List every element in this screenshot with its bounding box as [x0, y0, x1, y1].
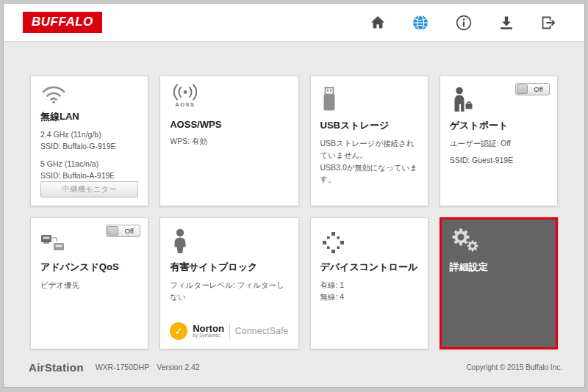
filter-level: フィルターレベル: フィルターしない — [170, 279, 288, 303]
wired-count: 有線: 1 — [320, 279, 418, 291]
card-title: アドバンスドQoS — [40, 261, 138, 274]
card-title: デバイスコントロール — [320, 261, 418, 274]
card-title: USBストレージ — [320, 119, 418, 132]
norton-connectsafe-logo: ✓ Norton by Symantec ConnectSafe — [170, 318, 288, 340]
guest-port-toggle[interactable]: Off — [515, 83, 550, 95]
guest-ssid: SSID: Guest-919E — [450, 154, 548, 166]
card-title: 有害サイトブロック — [170, 261, 288, 274]
norton-name: Norton — [193, 324, 224, 334]
firmware-version: Version 2.42 — [157, 363, 199, 371]
toggle-label: Off — [118, 227, 140, 235]
usb-status-2: USB3.0が無効になっています。 — [320, 161, 418, 186]
info-icon[interactable] — [456, 15, 472, 31]
header-nav — [370, 15, 565, 31]
wifi-icon — [40, 84, 138, 104]
aoss-info: WPS: 有効 — [170, 135, 288, 147]
card-title: 詳細設定 — [450, 261, 548, 274]
toggle-label: Off — [528, 85, 549, 93]
card-title: ゲストポート — [450, 119, 548, 132]
device-info: 有線: 1 無線: 4 — [320, 279, 418, 303]
qos-toggle[interactable]: Off — [106, 225, 140, 237]
wireless-count: 無線: 4 — [320, 291, 418, 302]
norton-check-icon: ✓ — [170, 322, 187, 340]
card-wireless-lan[interactable]: 無線LAN 2.4 GHz (11n/g/b) SSID: Buffalo-G-… — [30, 76, 148, 206]
aoss-icon-label: AOSS — [170, 101, 195, 108]
norton-sub: by Symantec — [193, 333, 224, 338]
wps-status: WPS: 有効 — [170, 135, 288, 147]
card-device-control[interactable]: デバイスコントロール 有線: 1 無線: 4 — [310, 217, 429, 349]
logout-icon[interactable] — [541, 15, 556, 30]
card-site-filter[interactable]: 有害サイトブロック フィルターレベル: フィルターしない ✓ Norton by… — [159, 217, 298, 349]
card-grid: 無線LAN 2.4 GHz (11n/g/b) SSID: Buffalo-G-… — [4, 42, 584, 352]
usb-status-1: USBストレージが接続されていません。 — [320, 137, 418, 161]
toggle-knob — [517, 84, 528, 94]
globe-icon[interactable] — [412, 15, 429, 31]
buffalo-logo: BUFFALO — [23, 12, 102, 33]
device-grid-icon — [320, 225, 418, 255]
usb-icon — [320, 84, 418, 113]
wireless-ssid-1: SSID: Buffalo-G-919E — [40, 140, 138, 152]
card-advanced-settings[interactable]: 詳細設定 — [440, 217, 558, 349]
gears-icon — [450, 225, 548, 255]
card-usb-storage[interactable]: USBストレージ USBストレージが接続されていません。 USB3.0が無効にな… — [310, 76, 429, 206]
toggle-knob — [107, 226, 118, 236]
wireless-band-1: 2.4 GHz (11n/g/b) — [40, 128, 138, 140]
norton-wordmark: Norton by Symantec — [193, 324, 224, 338]
copyright-text: Copyright © 2015 Buffalo Inc. — [466, 363, 562, 371]
guest-auth-status: ユーザー認証: Off — [450, 137, 548, 149]
card-title: AOSS/WPS — [170, 119, 288, 130]
norton-divider — [229, 323, 230, 339]
card-aoss-wps[interactable]: AOSS AOSS/WPS WPS: 有効 — [159, 76, 298, 206]
page-frame: BUFFALO — [3, 3, 585, 388]
qos-info: ビデオ優先 — [40, 279, 138, 291]
guest-info: ユーザー認証: Off SSID: Guest-919E — [450, 137, 548, 167]
qos-priority: ビデオ優先 — [40, 279, 138, 291]
wireless-info: 2.4 GHz (11n/g/b) SSID: Buffalo-G-919E 5… — [40, 128, 138, 181]
wireless-band-2: 5 GHz (11ac/n/a) — [40, 158, 138, 170]
aoss-icon: AOSS — [170, 84, 288, 113]
repeater-monitor-button[interactable]: 中継機モニター — [40, 181, 138, 197]
wireless-ssid-2: SSID: Buffalo-A-919E — [40, 170, 138, 181]
card-title: 無線LAN — [40, 110, 138, 123]
footer-bar: AirStation WXR-1750DHP Version 2.42 Copy… — [4, 352, 584, 387]
card-guest-port[interactable]: Off ゲストポート ユーザー認証: Off SSID: Guest-919E — [440, 76, 558, 206]
card-advanced-qos[interactable]: Off アドバンスドQoS ビデオ優先 — [30, 217, 148, 349]
download-icon[interactable] — [499, 15, 514, 30]
model-number: WXR-1750DHP — [96, 363, 150, 371]
airstation-logo: AirStation — [29, 361, 84, 374]
home-icon[interactable] — [370, 15, 385, 29]
norton-product: ConnectSafe — [235, 326, 289, 336]
usb-info: USBストレージが接続されていません。 USB3.0が無効になっています。 — [320, 137, 418, 185]
header-bar: BUFFALO — [4, 4, 584, 42]
child-icon — [170, 225, 288, 255]
filter-info: フィルターレベル: フィルターしない — [170, 279, 288, 303]
